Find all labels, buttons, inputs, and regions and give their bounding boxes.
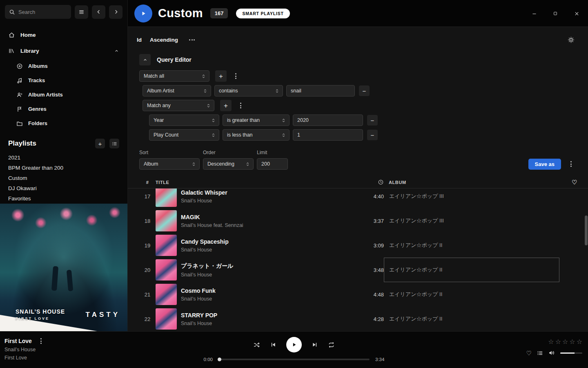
group-options-button[interactable] — [235, 100, 246, 111]
now-playing-title[interactable]: First Love — [4, 338, 32, 344]
favorite-button[interactable]: ♡ — [526, 350, 532, 356]
track-artist[interactable]: Snail’s House — [181, 272, 335, 278]
rule-operator-select[interactable]: is greater than — [223, 114, 290, 126]
track-album[interactable]: エイリアン☆ポップ III — [384, 209, 559, 233]
add-playlist-button[interactable]: + — [95, 139, 105, 148]
play-pause-button[interactable] — [286, 337, 302, 352]
rule-value-input[interactable] — [286, 85, 355, 96]
sidebar-item-home[interactable]: Home — [0, 27, 127, 43]
rule-operator-select[interactable]: contains — [214, 85, 283, 96]
star-icon[interactable]: ☆ — [569, 339, 575, 345]
maximize-button[interactable] — [550, 8, 561, 19]
nav-back-button[interactable] — [92, 5, 105, 19]
track-title[interactable]: MAGIK — [181, 214, 335, 220]
limit-input[interactable] — [257, 158, 288, 170]
clock-icon[interactable] — [378, 179, 384, 185]
close-button[interactable] — [571, 8, 582, 19]
more-options-button[interactable] — [186, 34, 198, 45]
volume-button[interactable] — [548, 350, 555, 356]
track-album[interactable]: エイリアン☆ポップ II — [384, 233, 559, 258]
rule-operator-select[interactable]: is less than — [223, 129, 290, 141]
rule-value-input[interactable] — [293, 129, 363, 141]
track-album[interactable]: エイリアン☆ポップ II — [384, 258, 559, 282]
track-album[interactable]: エイリアン☆ポップ III — [384, 188, 559, 209]
track-album[interactable]: エイリアン☆ポップ II — [384, 282, 559, 307]
playlist-item[interactable]: 2021 — [0, 153, 127, 163]
now-playing-artwork[interactable]: SNAIL’S HOUSE FIRST LOVE TASTY — [0, 204, 127, 331]
save-options-button[interactable] — [565, 158, 577, 170]
table-row[interactable]: 21 Cosmo Funk Snail’s House 4:48 エイリアン☆ポ… — [128, 282, 588, 307]
heart-icon[interactable]: ♡ — [572, 179, 577, 186]
play-playlist-button[interactable] — [134, 4, 152, 22]
rule-field-select[interactable]: Album Artist — [143, 85, 211, 96]
table-row[interactable]: 20 プラネット・ガール Snail’s House 3:48 エイリアン☆ポッ… — [128, 258, 588, 282]
search-input[interactable] — [18, 9, 67, 15]
rule-value-input[interactable] — [293, 114, 363, 126]
scrollbar-thumb[interactable] — [585, 215, 588, 245]
track-artist[interactable]: Snail’s House — [181, 296, 335, 302]
shuffle-button[interactable] — [253, 341, 260, 348]
menu-button[interactable] — [75, 5, 88, 19]
playlist-item[interactable]: BPM Greater than 200 — [0, 163, 127, 173]
title-column-header[interactable]: TITLE — [156, 180, 335, 185]
track-artist[interactable]: Snail’s House — [181, 247, 335, 253]
next-button[interactable] — [312, 341, 318, 348]
sidebar-item-tracks[interactable]: Tracks — [0, 73, 127, 88]
minimize-button[interactable] — [528, 8, 540, 19]
track-artist[interactable]: Snail’s House feat. Sennzai — [181, 222, 335, 228]
rule-field-select[interactable]: Year — [149, 114, 219, 126]
track-title[interactable]: Candy Spaceship — [181, 238, 335, 245]
sort-field-button[interactable]: Id — [137, 37, 142, 43]
add-rule-button[interactable]: + — [220, 100, 232, 111]
playlist-item[interactable]: Custom — [0, 173, 127, 183]
remove-rule-button[interactable]: − — [359, 85, 370, 96]
sidebar-item-album-artists[interactable]: Album Artists — [0, 88, 127, 102]
track-title[interactable]: STARRY POP — [181, 312, 335, 319]
match-type-select[interactable]: Match any — [143, 100, 214, 111]
sidebar-item-library[interactable]: Library — [0, 43, 127, 59]
queue-button[interactable] — [537, 350, 543, 356]
order-select[interactable]: Descending — [203, 158, 254, 170]
now-playing-album[interactable]: First Love — [4, 355, 45, 361]
track-title[interactable]: プラネット・ガール — [181, 263, 335, 270]
save-as-button[interactable]: Save as — [528, 159, 561, 170]
playlist-item[interactable]: DJ Okawari — [0, 183, 127, 193]
remove-rule-button[interactable]: − — [367, 115, 378, 126]
track-options-button[interactable] — [38, 338, 45, 344]
star-icon[interactable]: ☆ — [577, 339, 582, 345]
group-options-button[interactable] — [230, 70, 241, 82]
star-icon[interactable]: ☆ — [548, 339, 554, 345]
rule-field-select[interactable]: Play Count — [149, 129, 219, 141]
track-artist[interactable]: Snail’s House — [181, 198, 335, 204]
star-icon[interactable]: ☆ — [555, 339, 561, 345]
now-playing-artist[interactable]: Snail’s House — [4, 347, 45, 352]
sidebar-item-genres[interactable]: Genres — [0, 102, 127, 116]
sort-direction-button[interactable]: Ascending — [150, 37, 178, 43]
remove-rule-button[interactable]: − — [367, 130, 378, 140]
volume-slider[interactable] — [560, 352, 582, 354]
track-artist[interactable]: Snail’s House — [181, 321, 335, 326]
match-type-select[interactable]: Match all — [139, 70, 209, 82]
playlist-list-button[interactable] — [109, 139, 119, 148]
search-box[interactable] — [5, 5, 71, 19]
add-rule-button[interactable]: + — [215, 70, 227, 82]
sidebar-item-albums[interactable]: Albums — [0, 59, 127, 73]
settings-button[interactable] — [565, 34, 577, 45]
album-column-header[interactable]: ALBUM — [384, 180, 559, 185]
table-row[interactable]: 19 Candy Spaceship Snail’s House 3:09 エイ… — [128, 233, 588, 258]
query-editor-collapse-button[interactable] — [139, 54, 151, 65]
nav-forward-button[interactable] — [109, 5, 122, 19]
track-album[interactable]: エイリアン☆ポップ II — [384, 307, 559, 331]
track-title[interactable]: Cosmo Funk — [181, 287, 335, 294]
seek-handle[interactable] — [218, 358, 221, 361]
track-title[interactable]: Galactic Whisper — [181, 189, 335, 196]
chevron-up-icon[interactable] — [114, 48, 119, 54]
table-row[interactable]: 18 MAGIK Snail’s House feat. Sennzai 3:3… — [128, 209, 588, 233]
playlist-item[interactable]: Favorites — [0, 193, 127, 204]
sort-select[interactable]: Album — [139, 158, 200, 170]
sidebar-item-folders[interactable]: Folders — [0, 116, 127, 130]
index-column-header[interactable]: # — [139, 180, 156, 185]
previous-button[interactable] — [270, 341, 276, 348]
seek-slider[interactable] — [218, 359, 370, 360]
table-row[interactable]: 17 Galactic Whisper Snail’s House 4:40 エ… — [128, 188, 588, 209]
